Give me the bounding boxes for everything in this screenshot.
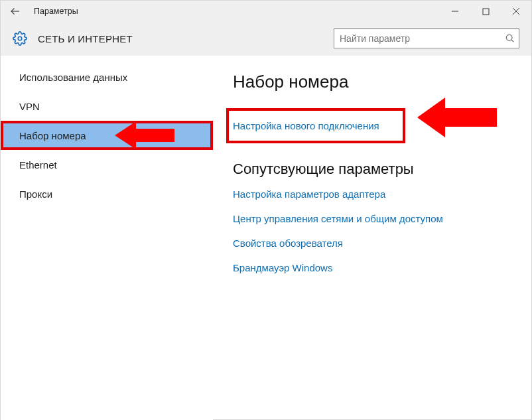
close-icon [512,7,520,15]
back-arrow-icon [9,5,21,17]
sidebar-item-ethernet[interactable]: Ethernet [1,150,213,179]
minimize-button[interactable] [440,1,470,22]
svg-point-6 [506,35,512,40]
svg-point-5 [18,36,22,40]
section-title: СЕТЬ И ИНТЕРНЕТ [38,33,133,44]
maximize-icon [482,8,490,15]
search-input[interactable] [334,29,519,48]
sidebar-item-proxy[interactable]: Прокси [1,179,213,208]
window-controls [440,1,531,22]
sidebar-item-label: VPN [19,101,40,112]
adapter-settings-link[interactable]: Настройка параметров адаптера [233,188,511,200]
close-button[interactable] [501,1,531,22]
related-heading: Сопутсвующие параметры [233,161,511,178]
svg-line-7 [511,40,513,42]
sidebar-item-label: Прокси [19,188,52,200]
maximize-button[interactable] [470,1,501,22]
settings-window: Параметры СЕТЬ И ИНТЕРНЕТ [0,0,532,420]
internet-options-link[interactable]: Свойства обозревателя [233,238,511,249]
sidebar-item-vpn[interactable]: VPN [1,92,213,121]
content-pane: Набор номера Настройка нового подключени… [213,56,531,420]
back-button[interactable] [1,1,30,22]
titlebar: Параметры [1,1,531,22]
sidebar-item-label: Ethernet [19,159,57,171]
sidebar-item-label: Набор номера [19,130,86,141]
sidebar-item-dialup[interactable]: Набор номера [1,121,213,150]
sidebar: Использование данных VPN Набор номера Et… [1,56,213,420]
body: Использование данных VPN Набор номера Et… [1,56,531,420]
network-center-link[interactable]: Центр управления сетями и общим доступом [233,213,511,224]
window-title: Параметры [34,7,78,16]
firewall-link[interactable]: Брандмауэр Windows [233,262,511,273]
page-heading: Набор номера [233,72,511,92]
search-wrap [334,29,519,48]
new-connection-link[interactable]: Настройка нового подключения [226,108,405,143]
svg-rect-2 [483,9,489,15]
minimize-icon [451,7,459,15]
sidebar-item-label: Использование данных [19,72,127,83]
header-bar: СЕТЬ И ИНТЕРНЕТ [1,22,531,56]
gear-icon [13,31,27,46]
sidebar-item-data-usage[interactable]: Использование данных [1,62,213,92]
search-icon [505,33,515,44]
